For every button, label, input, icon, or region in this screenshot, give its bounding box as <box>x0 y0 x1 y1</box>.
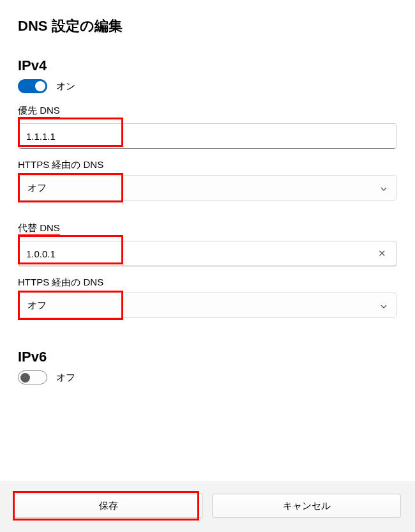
ipv6-toggle[interactable] <box>18 370 47 384</box>
primary-dns-input[interactable]: 1.1.1.1 <box>18 123 397 149</box>
chevron-down-icon <box>380 301 388 309</box>
chevron-down-icon <box>380 184 388 192</box>
clear-input-icon[interactable]: ✕ <box>375 248 389 259</box>
doh2-dropdown[interactable]: オフ <box>18 293 397 318</box>
save-button[interactable]: 保存 <box>14 494 203 518</box>
ipv4-toggle-label: オン <box>56 80 75 93</box>
doh1-value: オフ <box>27 182 47 194</box>
alt-dns-label: 代替 DNS <box>18 222 60 237</box>
primary-dns-value: 1.1.1.1 <box>26 131 389 142</box>
doh1-label: HTTPS 経由の DNS <box>18 159 103 171</box>
dialog-footer: 保存 キャンセル <box>0 482 415 532</box>
doh1-dropdown[interactable]: オフ <box>18 175 397 201</box>
alt-dns-value: 1.0.0.1 <box>26 248 375 259</box>
ipv4-heading: IPv4 <box>18 57 397 74</box>
primary-dns-label: 優先 DNS <box>18 105 60 119</box>
ipv6-heading: IPv6 <box>18 349 397 365</box>
ipv6-toggle-label: オフ <box>56 372 75 384</box>
doh2-value: オフ <box>27 300 47 312</box>
dialog-title: DNS 設定の編集 <box>18 17 397 36</box>
cancel-button[interactable]: キャンセル <box>212 494 401 518</box>
ipv4-toggle[interactable] <box>18 79 47 93</box>
alt-dns-input[interactable]: 1.0.0.1 ✕ <box>18 241 397 266</box>
doh2-label: HTTPS 経由の DNS <box>18 277 103 289</box>
